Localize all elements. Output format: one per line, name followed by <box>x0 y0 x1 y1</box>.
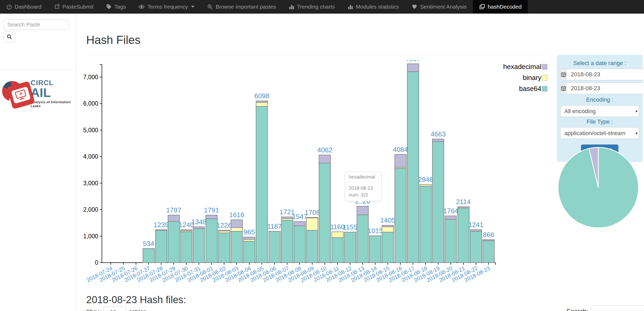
left-sidebar: CIRCL AIL Analysis of Information Leaks <box>0 14 76 311</box>
date-to-input[interactable] <box>566 83 644 94</box>
legend-swatch-binary <box>542 75 547 80</box>
logo-tagline: Analysis of Information Leaks <box>31 100 76 108</box>
legend-item-base64[interactable]: base64 <box>503 85 547 93</box>
svg-text:2,000: 2,000 <box>83 206 98 213</box>
bar-chart-icon <box>289 4 294 10</box>
svg-text:534: 534 <box>143 240 154 247</box>
ail-logo: CIRCL AIL Analysis of Information Leaks <box>2 76 76 108</box>
chevron-down-icon <box>191 6 195 8</box>
table-search-control: Search: <box>566 305 644 311</box>
sidebar-divider <box>0 70 76 70</box>
svg-text:5,000: 5,000 <box>83 127 98 134</box>
svg-text:1226: 1226 <box>217 221 232 229</box>
svg-text:1405: 1405 <box>380 216 395 224</box>
tooltip-series-name: hexadecimal <box>345 172 381 182</box>
svg-text:4062: 4062 <box>317 146 332 154</box>
legend-item-binary[interactable]: binary <box>503 74 547 82</box>
svg-text:1239: 1239 <box>154 221 169 229</box>
encoding-select[interactable]: All encoding <box>560 105 639 117</box>
logo-circl-text: CIRCL <box>31 79 76 87</box>
day-hash-files-title: 2018-08-23 Hash files: <box>86 294 186 306</box>
chart-legend: hexadecimal binary base64 <box>503 63 547 96</box>
svg-text:1241: 1241 <box>468 221 484 229</box>
svg-text:1015: 1015 <box>368 227 383 235</box>
svg-text:1708: 1708 <box>305 209 320 216</box>
nav-tags[interactable]: Tags <box>100 0 132 13</box>
nav-dashboard[interactable]: Dashboard <box>0 0 48 13</box>
file-type-select[interactable]: application/octet-stream <box>560 127 639 139</box>
svg-text:1764: 1764 <box>443 207 458 215</box>
nav-modules-statistics[interactable]: Modules statistics <box>341 0 405 13</box>
paste-submit-icon <box>54 4 60 10</box>
nav-hashdecoded[interactable]: hashDecoded <box>473 0 528 13</box>
tag-icon <box>106 4 112 10</box>
svg-text:1,000: 1,000 <box>83 233 98 240</box>
svg-text:1155: 1155 <box>343 223 357 231</box>
svg-text:6,000: 6,000 <box>83 100 98 107</box>
table-search-input[interactable] <box>591 305 644 311</box>
svg-text:1348: 1348 <box>191 218 206 226</box>
encoding-pie-chart[interactable] <box>553 146 644 227</box>
legend-swatch-hexadecimal <box>542 64 547 70</box>
bar-chart-icon <box>347 4 353 10</box>
calendar-icon <box>560 69 566 80</box>
eye-icon <box>138 4 145 10</box>
heart-icon <box>411 4 417 10</box>
file-type-label: File Type : <box>560 118 639 125</box>
nav-terms-frequency[interactable]: Terms frequency <box>132 0 201 13</box>
svg-text:2114: 2114 <box>456 198 471 206</box>
tooltip-date: 2018-08-13 <box>349 185 378 192</box>
svg-text:866: 866 <box>483 231 494 239</box>
encoding-label: Encoding : <box>560 96 639 103</box>
calendar-icon <box>560 83 566 94</box>
hash-files-bar-chart[interactable]: 01,0002,0003,0004,0005,0006,0007,0002018… <box>78 60 523 285</box>
svg-text:6098: 6098 <box>254 92 269 100</box>
svg-text:7,000: 7,000 <box>83 74 98 80</box>
search-paste-button[interactable] <box>3 31 15 42</box>
tooltip-num: num: 321 <box>349 192 378 198</box>
svg-text:2948: 2948 <box>418 176 433 183</box>
date-from-input[interactable] <box>566 69 644 80</box>
legend-swatch-base64 <box>542 86 547 91</box>
top-navbar: Dashboard PasteSubmit Tags Terms frequen… <box>0 0 644 14</box>
nav-sentiment-analysis[interactable]: Sentiment Analysis <box>405 0 473 13</box>
table-search-label: Search: <box>566 308 588 311</box>
search-icon <box>7 34 12 40</box>
svg-text:1791: 1791 <box>204 206 219 214</box>
svg-text:4084: 4084 <box>393 146 408 153</box>
monitor-pin-icon <box>14 89 28 101</box>
logo-ail-text: AIL <box>31 87 76 99</box>
search-paste-input[interactable] <box>3 19 69 30</box>
date-range-label: Select a date range : <box>560 60 639 67</box>
ail-logo-mark <box>2 76 28 108</box>
entries-count-select[interactable]: 10 <box>103 306 126 311</box>
svg-text:1797: 1797 <box>166 206 181 214</box>
svg-text:1616: 1616 <box>229 211 244 219</box>
svg-text:4,000: 4,000 <box>83 153 98 160</box>
chart-tooltip: hexadecimal 2018-08-13 num: 321 <box>345 172 381 201</box>
legend-item-hexadecimal[interactable]: hexadecimal <box>503 63 547 71</box>
nav-trending-charts[interactable]: Trending charts <box>282 0 341 13</box>
nav-pastesubmit[interactable]: PasteSubmit <box>48 0 100 13</box>
svg-text:965: 965 <box>244 228 255 236</box>
svg-text:3,000: 3,000 <box>83 180 98 187</box>
search-plus-icon <box>207 4 213 10</box>
page-title: Hash Files <box>86 33 141 47</box>
dashboard-icon <box>6 4 12 10</box>
files-icon <box>479 4 485 10</box>
title-divider <box>86 53 550 54</box>
nav-browse-important-pastes[interactable]: Browse important pastes <box>201 0 282 13</box>
svg-text:4663: 4663 <box>431 130 446 138</box>
svg-text:7507: 7507 <box>405 60 421 63</box>
show-entries-control: Show 10 entries <box>86 306 146 311</box>
svg-text:0: 0 <box>95 259 98 266</box>
svg-text:1187: 1187 <box>267 222 282 230</box>
